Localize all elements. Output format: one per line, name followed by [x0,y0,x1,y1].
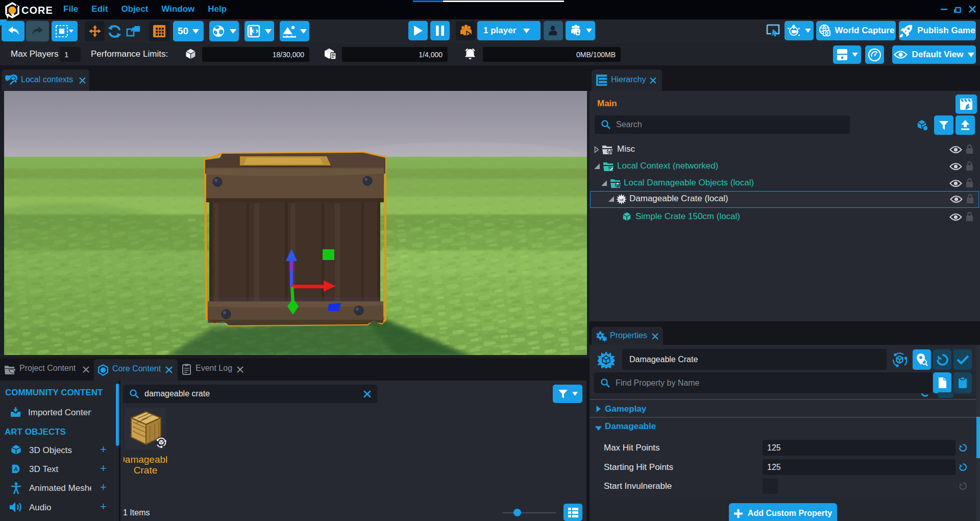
svg-text:CORE: CORE [21,5,53,16]
